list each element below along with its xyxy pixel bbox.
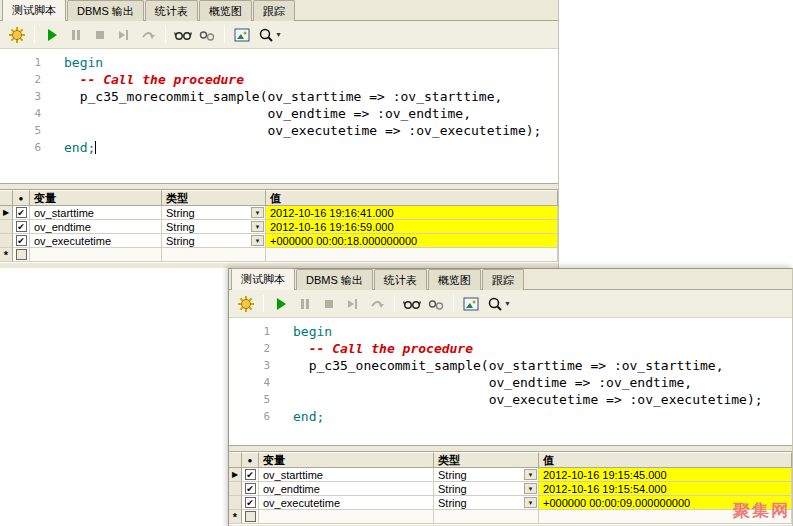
step-into-icon[interactable] — [113, 24, 135, 46]
splitter[interactable] — [0, 183, 558, 190]
row-indicator — [229, 482, 242, 496]
code-line: ov_executetime => :ov_executetime); — [293, 391, 792, 408]
row-indicator: ▶ — [0, 206, 13, 220]
zoom-magnifier-icon[interactable]: ▼ — [484, 293, 514, 315]
value-cell[interactable]: 2012-10-16 19:16:41.000 — [266, 206, 558, 220]
stop-icon[interactable] — [89, 24, 111, 46]
toolbar: ▼ — [0, 21, 558, 49]
step-into-icon[interactable] — [342, 293, 364, 315]
execute-gear-icon[interactable] — [235, 293, 257, 315]
break-icon[interactable] — [294, 293, 316, 315]
test-script-window-morecommit: 测试脚本 DBMS 输出 统计表 概览图 跟踪 — [0, 0, 559, 268]
tab-test-script[interactable]: 测试脚本 — [2, 0, 66, 21]
watch-rings-icon[interactable] — [425, 293, 447, 315]
run-icon[interactable] — [270, 293, 292, 315]
value-cell[interactable]: +000000 00:00:18.000000000 — [266, 234, 558, 248]
result-window-icon[interactable] — [460, 293, 482, 315]
type-cell[interactable]: String▼ — [434, 482, 539, 496]
value-cell[interactable]: 2012-10-16 19:16:59.000 — [266, 220, 558, 234]
variable-cell[interactable] — [30, 248, 162, 262]
value-column-header: 值 — [266, 190, 558, 206]
variable-cell[interactable] — [259, 510, 434, 524]
value-cell[interactable]: 2012-10-16 19:15:54.000 — [539, 482, 792, 496]
tab-dbms-output[interactable]: DBMS 输出 — [67, 0, 144, 21]
line-number: 1 — [0, 54, 56, 71]
checkbox[interactable]: ✔ — [245, 469, 256, 480]
zoom-magnifier-icon[interactable]: ▼ — [255, 24, 285, 46]
type-cell[interactable]: String▼ — [434, 468, 539, 482]
splitter[interactable] — [229, 445, 792, 452]
toolbar-separator — [224, 26, 225, 43]
watermark: 聚集网 — [733, 499, 790, 522]
line-number: 4 — [229, 374, 285, 391]
checkbox[interactable]: ✔ — [16, 207, 27, 218]
value-cell[interactable]: 2012-10-16 19:15:45.000 — [539, 468, 792, 482]
zoom-dropdown-icon[interactable]: ▼ — [504, 300, 511, 307]
result-window-icon[interactable] — [231, 24, 253, 46]
tab-trace[interactable]: 跟踪 — [253, 0, 295, 21]
checkbox[interactable]: ✔ — [245, 483, 256, 494]
variable-cell[interactable]: ov_executetime — [259, 496, 434, 510]
toggle-all-icon[interactable]: ● — [242, 452, 259, 468]
checkbox[interactable] — [245, 511, 256, 522]
watch-rings-icon[interactable] — [196, 24, 218, 46]
code-editor[interactable]: 1 2 3 4 5 6 begin -- Call the procedure … — [229, 318, 792, 445]
view-glasses-icon[interactable] — [172, 24, 194, 46]
type-dropdown-icon[interactable]: ▼ — [251, 207, 264, 218]
type-dropdown-icon[interactable]: ▼ — [251, 235, 264, 246]
variable-cell[interactable]: ov_executetime — [30, 234, 162, 248]
line-number: 3 — [229, 357, 285, 374]
tab-statistics[interactable]: 统计表 — [374, 269, 427, 290]
type-cell[interactable]: String▼ — [162, 220, 266, 234]
stop-icon[interactable] — [318, 293, 340, 315]
checkbox[interactable]: ✔ — [16, 221, 27, 232]
type-dropdown-icon[interactable]: ▼ — [524, 483, 537, 494]
value-cell[interactable] — [266, 248, 558, 262]
code-line: p_c35_onecommit_sample(ov_starttime => :… — [293, 357, 792, 374]
type-cell[interactable] — [162, 248, 266, 262]
row-indicator — [0, 234, 13, 248]
type-cell[interactable]: String▼ — [162, 234, 266, 248]
toggle-all-icon[interactable]: ● — [13, 190, 30, 206]
tab-statistics[interactable]: 统计表 — [145, 0, 198, 21]
execute-gear-icon[interactable] — [6, 24, 28, 46]
variable-row: ✔ ov_executetime String▼ +000000 00:00:1… — [0, 234, 558, 248]
code-area[interactable]: begin -- Call the procedure p_c35_onecom… — [285, 318, 792, 445]
row-checkbox-cell — [13, 248, 30, 262]
variable-cell[interactable]: ov_endtime — [259, 482, 434, 496]
test-script-window-onecommit: 测试脚本 DBMS 输出 统计表 概览图 跟踪 — [228, 268, 793, 526]
code-editor[interactable]: 1 2 3 4 5 6 begin -- Call the procedure … — [0, 49, 558, 183]
step-over-icon[interactable] — [137, 24, 159, 46]
checkbox[interactable]: ✔ — [16, 235, 27, 246]
tab-dbms-output[interactable]: DBMS 输出 — [296, 269, 373, 290]
type-column-header: 类型 — [434, 452, 539, 468]
tab-test-script[interactable]: 测试脚本 — [231, 268, 295, 290]
checkbox[interactable]: ✔ — [245, 497, 256, 508]
break-icon[interactable] — [65, 24, 87, 46]
value-column-header: 值 — [539, 452, 792, 468]
variable-cell[interactable]: ov_starttime — [30, 206, 162, 220]
type-cell[interactable]: String▼ — [434, 496, 539, 510]
tab-overview[interactable]: 概览图 — [428, 269, 481, 290]
step-over-icon[interactable] — [366, 293, 388, 315]
type-dropdown-icon[interactable]: ▼ — [251, 221, 264, 232]
variable-row: ✔ ov_executetime String▼ +000000 00:00:0… — [229, 496, 792, 510]
run-icon[interactable] — [41, 24, 63, 46]
line-number: 5 — [0, 122, 56, 139]
zoom-dropdown-icon[interactable]: ▼ — [275, 31, 282, 38]
type-dropdown-icon[interactable]: ▼ — [524, 497, 537, 508]
tab-trace[interactable]: 跟踪 — [482, 269, 524, 290]
tab-bar: 测试脚本 DBMS 输出 统计表 概览图 跟踪 — [229, 269, 792, 290]
view-glasses-icon[interactable] — [401, 293, 423, 315]
tab-overview[interactable]: 概览图 — [199, 0, 252, 21]
type-dropdown-icon[interactable]: ▼ — [524, 469, 537, 480]
grid-header-row: ● 变量 类型 值 — [229, 452, 792, 468]
variable-cell[interactable]: ov_starttime — [259, 468, 434, 482]
grid-header-row: ● 变量 类型 值 — [0, 190, 558, 206]
code-area[interactable]: begin -- Call the procedure p_c35_moreco… — [56, 49, 558, 183]
new-row-indicator: * — [0, 248, 13, 262]
type-cell[interactable]: String▼ — [162, 206, 266, 220]
variable-cell[interactable]: ov_endtime — [30, 220, 162, 234]
checkbox[interactable] — [16, 249, 27, 260]
type-cell[interactable] — [434, 510, 539, 524]
